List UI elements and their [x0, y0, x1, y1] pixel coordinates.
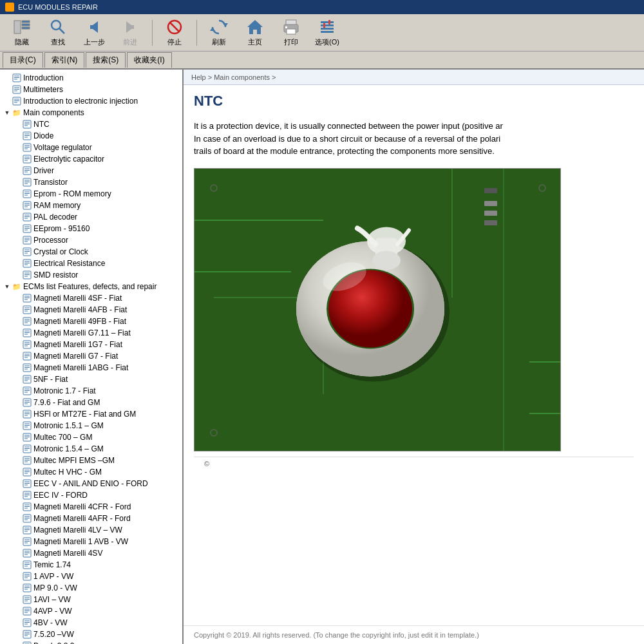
- tree-item-mp-90-vw[interactable]: MP 9.0 - VW: [0, 582, 182, 594]
- tree-label-mm-4afr-ford: Magneti Marelli 4AFR - Ford: [33, 514, 131, 523]
- ntc-image: [194, 168, 561, 451]
- tree-item-mm-4sf-fiat[interactable]: Magneti Marelli 4SF - Fiat: [0, 292, 182, 304]
- tree-item-driver[interactable]: Driver: [0, 165, 182, 176]
- tree-label-mm-4sv: Magneti Marelli 4SV: [33, 549, 102, 558]
- home-button[interactable]: 主页: [238, 17, 272, 49]
- tree-item-mm-4afr-ford[interactable]: Magneti Marelli 4AFR - Ford: [0, 513, 182, 524]
- tab-bookmarks[interactable]: 收藏夹(I): [127, 52, 171, 68]
- tree-item-multec-700-gm[interactable]: Multec 700 – GM: [0, 431, 182, 443]
- tree-item-smd-resistor[interactable]: SMD resistor: [0, 269, 182, 281]
- print-button[interactable]: 打印: [274, 17, 308, 49]
- title-bar: ECU MODULES REPAIR: [0, 0, 644, 14]
- tree-item-ram-memory[interactable]: RAM memory: [0, 200, 182, 211]
- forward-button[interactable]: 前进: [113, 17, 147, 49]
- tree-item-4bv-vw[interactable]: 4BV - VW: [0, 617, 182, 629]
- doc-icon-transistor: [22, 178, 32, 187]
- tree-item-eec-v-ford[interactable]: EEC V - ANIL AND ENIO - FORD: [0, 478, 182, 489]
- tree-label-hsfi-mt27e: HSFl or MT27E - Fiat and GM: [33, 410, 136, 419]
- doc-icon-smd-resistor: [22, 270, 32, 279]
- footer: Copyright © 2019. All rights reserved. (…: [184, 625, 644, 644]
- doc-icon-motronic-151-gm: [22, 421, 32, 430]
- options-button[interactable]: 选项(O): [310, 17, 344, 49]
- tree-item-eprom[interactable]: Eprom - ROM memory: [0, 188, 182, 200]
- doc-icon-motronic-17: [22, 386, 32, 395]
- tree-item-diode[interactable]: Diode: [0, 130, 182, 142]
- doc-icon-introduction: [12, 73, 22, 82]
- doc-icon-ntc: [22, 120, 32, 129]
- tree-label-pal-decoder: PAL decoder: [33, 213, 77, 222]
- tree-item-mm-1avb-vw[interactable]: Magneti Marelli 1 AVB - VW: [0, 536, 182, 547]
- tree-item-eeprom[interactable]: EEprom - 95160: [0, 223, 182, 234]
- tree-item-motronic-151-gm[interactable]: Motronic 1.5.1 – GM: [0, 420, 182, 431]
- tree-item-eec-iv-ford[interactable]: EEC IV - FORD: [0, 489, 182, 501]
- tree-item-crystal-clock[interactable]: Crystal or Clock: [0, 246, 182, 258]
- doc-icon-mm-1g7-fiat: [22, 340, 32, 349]
- tree-item-main-components[interactable]: ▼📁Main components: [0, 107, 182, 118]
- svg-rect-8: [90, 25, 98, 29]
- tree-item-pal-decoder[interactable]: PAL decoder: [0, 211, 182, 223]
- tree-label-eec-v-ford: EEC V - ANIL AND ENIO - FORD: [33, 479, 148, 488]
- tree-item-mm-4afb-fiat[interactable]: Magneti Marelli 4AFB - Fiat: [0, 304, 182, 316]
- find-button[interactable]: 查找: [41, 17, 75, 49]
- doc-icon-4avp-vw: [22, 607, 32, 616]
- tree-item-motronic-154-gm[interactable]: Motronic 1.5.4 – GM: [0, 443, 182, 455]
- tree-item-introduction[interactable]: Introduction: [0, 72, 182, 84]
- tree-item-mm-g7-fiat[interactable]: Magneti Marelli G7 - Fiat: [0, 350, 182, 362]
- expander-ecms-list[interactable]: ▼: [3, 282, 12, 291]
- stop-label: 停止: [167, 37, 182, 47]
- tree-item-mm-1g7-fiat[interactable]: Magneti Marelli 1G7 - Fiat: [0, 339, 182, 350]
- tree-item-796-fiat-gm[interactable]: 7.9.6 - Fiat and GM: [0, 397, 182, 408]
- tree-item-1avp-vw[interactable]: 1 AVP - VW: [0, 571, 182, 582]
- tree-item-5nf-fiat[interactable]: 5NF - Fiat: [0, 374, 182, 385]
- tree-container[interactable]: Introduction Multimeters Introduction to…: [0, 70, 182, 644]
- tree-item-mm-1abg-fiat[interactable]: Magneti Marelli 1ABG - Fiat: [0, 362, 182, 374]
- tree-label-smd-resistor: SMD resistor: [33, 270, 78, 279]
- tree-item-bosch-383[interactable]: Bosch 3.8.3: [0, 640, 182, 644]
- folder-icon-ecms-list: 📁: [12, 282, 22, 291]
- tree-item-mm-49fb-fiat[interactable]: Magneti Marelli 49FB - Fiat: [0, 316, 182, 327]
- tree-label-mp-90-vw: MP 9.0 - VW: [33, 583, 77, 592]
- tree-item-mm-4lv-vw[interactable]: Magneti Marelli 4LV – VW: [0, 524, 182, 536]
- tree-item-voltage-regulator[interactable]: Voltage regulator: [0, 142, 182, 153]
- tree-item-temic-174[interactable]: Temic 1.74: [0, 559, 182, 571]
- tree-item-ecms-list[interactable]: ▼📁ECMs list Features, defects, and repai…: [0, 281, 182, 292]
- back-button[interactable]: 上一步: [77, 17, 111, 49]
- tree-item-processor[interactable]: Processor: [0, 234, 182, 246]
- tree-item-multimeters[interactable]: Multimeters: [0, 84, 182, 95]
- stop-button[interactable]: 停止: [158, 17, 191, 49]
- nav-bar: 目录(C) 索引(N) 搜索(S) 收藏夹(I): [0, 52, 644, 70]
- doc-icon-mm-1abg-fiat: [22, 363, 32, 372]
- svg-rect-255: [484, 188, 497, 193]
- tab-toc[interactable]: 目录(C): [3, 52, 43, 68]
- folder-icon-main-components: 📁: [12, 108, 22, 117]
- tab-index[interactable]: 索引(N): [44, 52, 85, 68]
- tab-search[interactable]: 搜索(S): [86, 52, 126, 68]
- tab-index-label: 索引(N): [52, 55, 78, 66]
- hide-button[interactable]: 隐藏: [5, 17, 39, 49]
- tree-item-mm-4sv[interactable]: Magneti Marelli 4SV: [0, 547, 182, 559]
- tree-item-electrical-resistance[interactable]: Electrical Resistance: [0, 258, 182, 269]
- tree-item-mm-4cfr-ford[interactable]: Magneti Marelli 4CFR - Ford: [0, 501, 182, 513]
- tree-item-mm-g711-fiat[interactable]: Magneti Marelli G7.11 – Fiat: [0, 327, 182, 339]
- print-label: 打印: [284, 37, 298, 47]
- tree-item-intro-electronic[interactable]: Introduction to electronic injection: [0, 95, 182, 107]
- tree-item-multec-h-vhc-gm[interactable]: Multec H VHC - GM: [0, 466, 182, 478]
- content-area: NTC It is a protection device, it is usu…: [184, 85, 644, 625]
- tree-item-7520-vw[interactable]: 7.5.20 –VW: [0, 629, 182, 640]
- tree-label-mm-4afb-fiat: Magneti Marelli 4AFB - Fiat: [33, 305, 127, 314]
- svg-marker-14: [210, 27, 215, 31]
- tree-item-transistor[interactable]: Transistor: [0, 176, 182, 188]
- tree-item-hsfi-mt27e[interactable]: HSFl or MT27E - Fiat and GM: [0, 408, 182, 420]
- tree-label-eprom: Eprom - ROM memory: [33, 189, 111, 198]
- tree-item-4avp-vw[interactable]: 4AVP - VW: [0, 605, 182, 617]
- tree-item-ntc[interactable]: NTC: [0, 118, 182, 130]
- breadcrumb-text: Help > Main components >: [191, 73, 276, 81]
- svg-line-5: [59, 28, 64, 33]
- refresh-button[interactable]: 刷新: [202, 17, 236, 49]
- tree-item-electrolytic-capacitor[interactable]: Electrolytic capacitor: [0, 153, 182, 165]
- expander-main-components[interactable]: ▼: [3, 108, 12, 117]
- tree-item-motronic-17[interactable]: Motronic 1.7 - Fiat: [0, 385, 182, 397]
- tree-item-multec-mpfi-gm[interactable]: Multec MPFI EMS –GM: [0, 455, 182, 466]
- hide-icon: [13, 18, 31, 36]
- tree-item-1avi-vw[interactable]: 1AVI – VW: [0, 594, 182, 605]
